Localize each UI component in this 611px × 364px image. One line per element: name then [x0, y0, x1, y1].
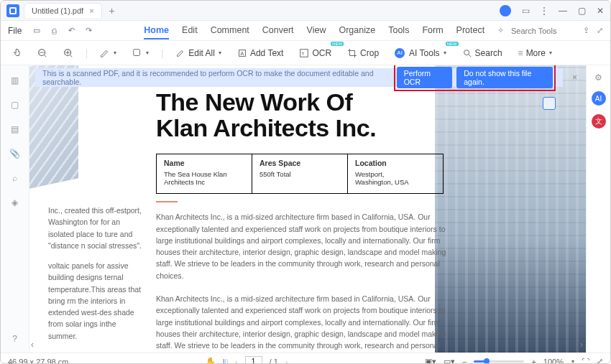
- user-avatar-icon[interactable]: [500, 5, 511, 17]
- close-tab-icon[interactable]: ×: [89, 6, 93, 15]
- bookmarks-icon[interactable]: ▢: [11, 100, 19, 110]
- thumbnails-icon[interactable]: ▥: [11, 75, 19, 85]
- zoom-in-button[interactable]: [60, 46, 77, 60]
- minimize-icon[interactable]: ―: [559, 6, 567, 16]
- upload-icon[interactable]: ⇪: [583, 26, 589, 35]
- hand-tool[interactable]: [8, 46, 25, 60]
- select-mode-icon[interactable]: I⃕: [223, 358, 228, 365]
- tab-title: Untitled (1).pdf: [32, 6, 83, 15]
- document-tab[interactable]: Untitled (1).pdf ×: [24, 3, 102, 18]
- scroll-left-icon[interactable]: ‹: [31, 340, 34, 350]
- single-page-icon[interactable]: ▭▾: [444, 357, 455, 364]
- ai-tools-button[interactable]: AIAI Tools▾: [391, 46, 449, 60]
- translate-icon[interactable]: 文: [592, 114, 606, 129]
- tab-comment[interactable]: Comment: [211, 22, 249, 39]
- left-text-1: Inc., created this off-estport, Washingt…: [48, 205, 144, 251]
- svg-line-6: [70, 55, 73, 57]
- close-window-icon[interactable]: ✕: [596, 6, 605, 16]
- comments-list-icon[interactable]: ▤: [11, 124, 19, 134]
- right-sidebar: ⚙ AI 文: [586, 65, 610, 353]
- gift-icon[interactable]: ▭: [521, 6, 530, 16]
- doc-headline: The New Work Of Klan Architects Inc.: [156, 90, 566, 141]
- edit-all-button[interactable]: Edit All▾: [172, 46, 225, 60]
- highlight-tool[interactable]: ▾: [96, 46, 120, 60]
- new-tab-button[interactable]: +: [109, 5, 115, 17]
- menu-bar: File ▭ ⎙ ↶ ↷ Home Edit Comment Convert V…: [1, 21, 610, 41]
- edit-all-label: Edit All: [188, 48, 215, 58]
- pdf-page: The New Work Of Klan Architects Inc. Nam…: [29, 65, 586, 353]
- more-button[interactable]: ≡ More▾: [515, 46, 556, 60]
- help-icon[interactable]: ?: [12, 334, 17, 344]
- shape-tool[interactable]: ▾: [129, 46, 152, 60]
- kebab-menu-icon[interactable]: ⋮: [540, 6, 548, 16]
- document-viewport[interactable]: This is a scanned PDF, and it is recomme…: [29, 65, 586, 353]
- add-text-button[interactable]: AAdd Text: [234, 46, 287, 60]
- banner-close-icon[interactable]: ×: [572, 73, 577, 83]
- zoom-in-status-icon[interactable]: +: [531, 358, 536, 365]
- scroll-right-icon[interactable]: ›: [580, 340, 583, 350]
- headline-line1: The New Work Of: [156, 90, 566, 116]
- tab-home[interactable]: Home: [144, 22, 169, 39]
- search-panel-icon[interactable]: ⌕: [12, 173, 17, 183]
- tab-edit[interactable]: Edit: [182, 22, 198, 39]
- svg-text:A: A: [240, 50, 244, 55]
- paragraph-2: Khan Architects Inc., is a mid-sized arc…: [156, 293, 458, 351]
- fullscreen-icon[interactable]: ⤢: [597, 357, 603, 364]
- tab-protect[interactable]: Protect: [456, 22, 485, 39]
- app-logo-icon: [6, 4, 19, 17]
- file-menu[interactable]: File: [8, 26, 22, 36]
- info-table: Name The Sea House Klan Architects Inc A…: [156, 154, 444, 194]
- zoom-slider[interactable]: [474, 360, 524, 363]
- read-mode-icon[interactable]: ⛶: [582, 358, 589, 365]
- layers-icon[interactable]: ◈: [12, 197, 18, 207]
- expand-icon[interactable]: ⤢: [597, 26, 603, 35]
- print-icon[interactable]: ⎙: [49, 26, 59, 36]
- search-button[interactable]: Search: [459, 46, 506, 60]
- ribbon-toolbar: | ▾ ▾ | Edit All▾ AAdd Text TOCR Crop AI…: [1, 41, 610, 65]
- settings-icon[interactable]: ⚙: [594, 73, 602, 83]
- search-tools-input[interactable]: [511, 27, 576, 35]
- prev-page-icon[interactable]: ‹: [235, 358, 238, 365]
- crop-button[interactable]: Crop: [344, 46, 382, 60]
- cell-name: Name The Sea House Klan Architects Inc: [157, 154, 252, 193]
- svg-rect-7: [134, 49, 140, 55]
- cell-area-value: 550ft Total: [259, 170, 291, 178]
- svg-line-2: [45, 55, 47, 57]
- svg-point-12: [464, 50, 469, 55]
- next-page-icon[interactable]: ›: [285, 358, 288, 365]
- dont-show-again-button[interactable]: Do not show this file again.: [456, 67, 553, 88]
- redo-icon[interactable]: ↷: [83, 26, 93, 36]
- fit-width-icon[interactable]: ▣▾: [425, 357, 436, 364]
- crop-label: Crop: [360, 48, 379, 58]
- page-dimensions: 46.99 x 27.98 cm: [8, 358, 68, 365]
- ocr-banner: This is a scanned PDF, and it is recomme…: [35, 68, 563, 87]
- accent-line: [156, 201, 178, 202]
- tab-view[interactable]: View: [307, 22, 326, 39]
- maximize-icon[interactable]: ▢: [577, 6, 586, 16]
- tab-organize[interactable]: Organize: [339, 22, 375, 39]
- save-icon[interactable]: ▭: [32, 26, 42, 36]
- left-sidebar: ▥ ▢ ▤ 📎 ⌕ ◈ ?: [1, 65, 29, 353]
- search-label: Search: [475, 48, 502, 58]
- tab-tools[interactable]: Tools: [388, 22, 409, 39]
- hand-mode-icon[interactable]: ✋: [206, 357, 216, 364]
- page-total: / 1: [270, 358, 278, 365]
- sparkle-icon[interactable]: ✧: [497, 26, 504, 35]
- perform-ocr-button[interactable]: Perform OCR: [397, 67, 453, 88]
- cell-location: Location Westport, Washington, USA: [348, 154, 443, 193]
- attachments-icon[interactable]: 📎: [9, 149, 20, 159]
- ai-assistant-icon[interactable]: AI: [592, 91, 606, 106]
- ocr-button[interactable]: TOCR: [295, 46, 335, 60]
- ai-tools-label: AI Tools: [409, 48, 439, 58]
- zoom-percent: 100%: [543, 358, 564, 365]
- svg-line-13: [468, 54, 471, 57]
- zoom-out-status-icon[interactable]: −: [462, 358, 467, 365]
- undo-icon[interactable]: ↶: [66, 26, 76, 36]
- tab-form[interactable]: Form: [422, 22, 443, 39]
- zoom-out-button[interactable]: [34, 46, 51, 60]
- page-number-input[interactable]: [245, 356, 262, 365]
- cell-loc-header: Location: [355, 159, 436, 167]
- tab-convert[interactable]: Convert: [262, 22, 294, 39]
- left-column-text: Inc., created this off-estport, Washingt…: [48, 205, 144, 350]
- add-text-label: Add Text: [250, 48, 283, 58]
